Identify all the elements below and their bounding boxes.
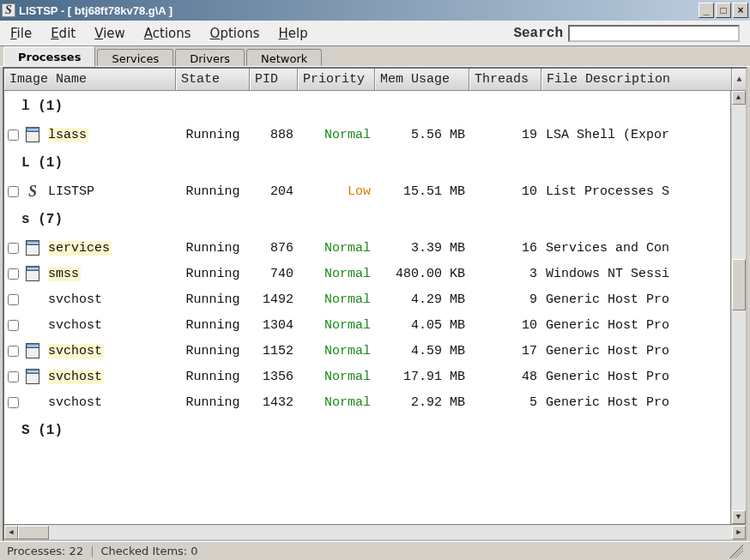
process-list-panel: Image Name State PID Priority Mem Usage …	[3, 67, 747, 541]
scroll-thumb-horizontal[interactable]	[18, 526, 49, 539]
process-window-icon	[21, 343, 44, 358]
cell-image-name: LISTSP	[44, 184, 176, 199]
maximize-button[interactable]: □	[716, 3, 731, 18]
cell-pid: 1492	[250, 292, 298, 307]
app-icon: S	[2, 3, 15, 17]
menu-edit[interactable]: Edit	[51, 26, 76, 41]
row-checkbox[interactable]	[8, 320, 19, 331]
row-checkbox[interactable]	[8, 186, 19, 197]
cell-pid: 1304	[250, 318, 298, 333]
resize-grip-icon[interactable]	[729, 545, 743, 558]
menu-help[interactable]: Help	[278, 26, 307, 41]
table-row[interactable]: smssRunning740Normal480.00 KB3Windows NT…	[4, 261, 746, 286]
scroll-track-vertical[interactable]	[732, 105, 746, 510]
cell-file-description: Generic Host Pro	[541, 344, 746, 358]
group-header[interactable]: s (7)	[4, 204, 746, 235]
cell-pid: 740	[250, 267, 298, 281]
group-header[interactable]: L (1)	[4, 148, 746, 178]
col-header-mem-usage[interactable]: Mem Usage	[375, 69, 469, 90]
row-checkbox[interactable]	[8, 346, 19, 357]
menu-view[interactable]: View	[94, 26, 125, 41]
table-row[interactable]: svchostRunning1356Normal17.91 MB48Generi…	[4, 364, 746, 389]
close-button[interactable]: ×	[733, 3, 748, 18]
cell-state: Running	[176, 184, 250, 199]
cell-threads: 19	[469, 128, 541, 142]
horizontal-scrollbar[interactable]: ◀ ▶	[4, 524, 746, 539]
cell-image-name: smss	[44, 267, 176, 281]
search-label: Search	[513, 26, 563, 41]
cell-priority: Normal	[298, 241, 375, 256]
table-row[interactable]: svchostRunning1432Normal2.92 MB5Generic …	[4, 389, 746, 415]
row-checkbox[interactable]	[8, 129, 19, 141]
row-checkbox[interactable]	[8, 371, 19, 382]
cell-threads: 10	[469, 318, 541, 333]
cell-image-name: svchost	[44, 292, 176, 307]
search-input[interactable]	[568, 25, 740, 42]
scroll-thumb-vertical[interactable]	[732, 259, 746, 310]
row-checkbox[interactable]	[8, 397, 19, 408]
cell-threads: 48	[469, 370, 541, 384]
status-bar: Processes: 22 | Checked Items: 0	[0, 541, 750, 560]
status-processes-label: Processes:	[7, 545, 65, 557]
process-window-icon	[21, 369, 44, 384]
cell-priority: Low	[298, 184, 375, 199]
row-checkbox[interactable]	[8, 243, 19, 254]
cell-threads: 10	[469, 184, 541, 199]
cell-state: Running	[176, 395, 250, 410]
cell-state: Running	[176, 344, 250, 358]
cell-threads: 17	[469, 344, 541, 358]
col-header-sort-arrow-icon[interactable]: ▲	[732, 69, 746, 90]
cell-priority: Normal	[298, 370, 375, 384]
cell-pid: 876	[250, 241, 298, 256]
col-header-file-description[interactable]: File Description	[541, 69, 732, 90]
scroll-right-button[interactable]: ▶	[732, 526, 746, 539]
col-header-threads[interactable]: Threads	[469, 69, 541, 90]
row-checkbox[interactable]	[8, 268, 19, 280]
cell-file-description: Generic Host Pro	[541, 318, 746, 333]
cell-state: Running	[176, 128, 250, 142]
cell-priority: Normal	[298, 395, 375, 410]
col-header-state[interactable]: State	[176, 69, 250, 90]
scroll-up-button[interactable]: ▲	[732, 91, 746, 105]
vertical-scrollbar[interactable]: ▲ ▼	[730, 91, 746, 524]
cell-mem-usage: 17.91 MB	[375, 370, 469, 384]
table-row[interactable]: svchostRunning1304Normal4.05 MB10Generic…	[4, 312, 746, 338]
cell-threads: 16	[469, 241, 541, 256]
scroll-left-button[interactable]: ◀	[4, 526, 18, 539]
cell-pid: 1356	[250, 370, 298, 384]
cell-mem-usage: 4.29 MB	[375, 292, 469, 307]
title-bar: S LISTSP - [ btj68ft78kv78.g\A ] _ □ ×	[0, 0, 750, 21]
cell-image-name: svchost	[44, 318, 176, 333]
cell-priority: Normal	[298, 344, 375, 358]
table-row[interactable]: SLISTSPRunning204Low15.51 MB10List Proce…	[4, 178, 746, 204]
cell-pid: 888	[250, 128, 298, 142]
scroll-down-button[interactable]: ▼	[732, 510, 746, 524]
table-row[interactable]: servicesRunning876Normal3.39 MB16Service…	[4, 235, 746, 261]
tab-processes[interactable]: Processes	[3, 46, 95, 67]
col-header-pid[interactable]: PID	[250, 69, 298, 90]
group-header[interactable]: S (1)	[4, 415, 746, 446]
scroll-track-horizontal[interactable]	[49, 526, 732, 539]
menu-actions[interactable]: Actions	[144, 26, 191, 41]
col-header-image-name[interactable]: Image Name	[4, 69, 176, 90]
cell-file-description: List Processes S	[541, 184, 746, 199]
tab-strip: Processes Services Drivers Network	[0, 46, 750, 67]
menu-file[interactable]: File	[10, 26, 32, 41]
minimize-button[interactable]: _	[699, 3, 714, 18]
cell-threads: 9	[469, 292, 541, 307]
col-header-priority[interactable]: Priority	[298, 69, 375, 90]
table-row[interactable]: lsassRunning888Normal5.56 MB19LSA Shell …	[4, 122, 746, 148]
cell-file-description: Windows NT Sessi	[541, 267, 746, 281]
row-checkbox[interactable]	[8, 294, 19, 305]
tab-services[interactable]: Services	[97, 49, 173, 68]
process-window-icon	[21, 240, 44, 256]
cell-file-description: LSA Shell (Expor	[541, 128, 746, 142]
status-checked-label: Checked Items:	[101, 545, 188, 557]
menu-options[interactable]: Options	[210, 26, 260, 41]
table-row[interactable]: svchostRunning1152Normal4.59 MB17Generic…	[4, 338, 746, 364]
tab-drivers[interactable]: Drivers	[175, 49, 245, 68]
table-row[interactable]: svchostRunning1492Normal4.29 MB9Generic …	[4, 286, 746, 312]
group-header[interactable]: l (1)	[4, 91, 746, 122]
cell-mem-usage: 4.05 MB	[375, 318, 469, 333]
tab-network[interactable]: Network	[246, 49, 322, 68]
